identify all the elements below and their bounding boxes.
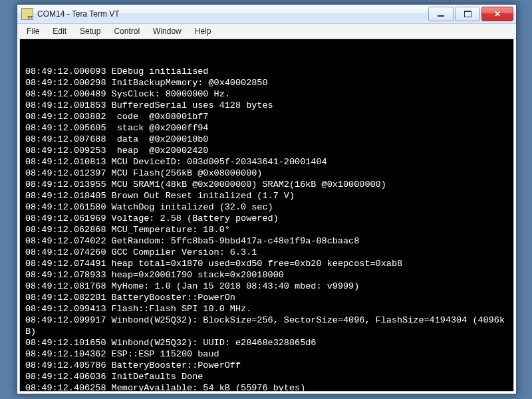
terminal-area[interactable]: 08:49:12.000093 EDebug initialised08:49:… xyxy=(19,39,514,392)
terminal-line: 08:49:12.081768 MyHome: 1.0 (Jan 15 2018… xyxy=(25,281,508,292)
menu-window[interactable]: Window xyxy=(146,25,188,37)
window-controls: ✕ xyxy=(428,7,513,21)
menu-help[interactable]: Help xyxy=(188,25,218,37)
terminal-line: 08:49:12.000489 SysClock: 80000000 Hz. xyxy=(25,88,508,100)
menu-file[interactable]: File xyxy=(20,25,46,37)
terminal-line: 08:49:12.099917 Winbond(W25Q32): BlockSi… xyxy=(25,315,508,337)
terminal-line: 08:49:12.061580 WatchDog initalized (32.… xyxy=(25,201,508,213)
terminal-line: 08:49:12.001853 BufferedSerial uses 4128… xyxy=(25,100,508,111)
close-icon: ✕ xyxy=(494,9,501,19)
app-icon xyxy=(21,8,33,20)
terminal-line: 08:49:12.010813 MCU DeviceID: 003d005f-2… xyxy=(25,156,508,168)
terminal-line: 08:49:12.101650 Winbond(W25Q32): UUID: e… xyxy=(25,337,508,348)
terminal-line: 08:49:12.018405 Brown Out Reset initaliz… xyxy=(25,190,508,201)
terminal-line: 08:49:12.405786 BatteryBooster::PowerOff xyxy=(25,360,508,371)
terminal-line: 08:49:12.009253 heap @0x20002420 xyxy=(25,145,508,156)
terminal-line: 08:49:12.005605 stack @0x2000ff94 xyxy=(25,122,508,134)
terminal-line: 08:49:12.082201 BatteryBooster::PowerOn xyxy=(25,292,508,303)
maximize-button[interactable] xyxy=(455,7,480,21)
terminal-line: 08:49:12.074022 GetRandom: 5ffc8ba5-9bbd… xyxy=(25,235,508,247)
menu-setup[interactable]: Setup xyxy=(73,25,107,37)
terminal-output: 08:49:12.000093 EDebug initialised08:49:… xyxy=(25,66,508,392)
minimize-icon xyxy=(438,15,444,17)
terminal-line: 08:49:12.007688 data @0x200010b0 xyxy=(25,134,508,145)
terminal-line: 08:49:12.062868 MCU_Temperature: 18.0° xyxy=(25,224,508,235)
title-bar[interactable]: COM14 - Tera Term VT ✕ xyxy=(17,5,516,24)
menu-edit[interactable]: Edit xyxy=(46,25,73,37)
terminal-line: 08:49:12.074491 heap total=0x1870 used=0… xyxy=(25,258,508,269)
app-window: COM14 - Tera Term VT ✕ File Edit Setup C… xyxy=(17,4,517,394)
maximize-icon xyxy=(464,11,471,17)
terminal-line: 08:49:12.013955 MCU SRAM1(48kB @0x200000… xyxy=(25,179,508,190)
terminal-line: 08:49:12.104362 ESP::ESP 115200 baud xyxy=(25,348,508,360)
menu-bar: File Edit Setup Control Window Help xyxy=(17,24,516,39)
terminal-line: 08:49:12.406036 InitDefaults Done xyxy=(25,371,508,382)
terminal-line: 08:49:12.061969 Voltage: 2.58 (Battery p… xyxy=(25,213,508,224)
terminal-line: 08:49:12.406258 MemoryAvailable: 54 kB (… xyxy=(25,382,508,392)
window-title: COM14 - Tera Term VT xyxy=(37,9,428,19)
terminal-line: 08:49:12.003882 code @0x08001bf7 xyxy=(25,111,508,122)
menu-control[interactable]: Control xyxy=(107,25,146,37)
terminal-line: 08:49:12.099413 Flash::Flash SPI 10.0 MH… xyxy=(25,303,508,315)
terminal-line: 08:49:12.012397 MCU Flash(256kB @0x08000… xyxy=(25,168,508,179)
terminal-line: 08:49:12.074260 GCC Compiler Version: 6.… xyxy=(25,247,508,258)
terminal-line: 08:49:12.000298 InitBackupMemory: @0x400… xyxy=(25,77,508,88)
terminal-line: 08:49:12.000093 EDebug initialised xyxy=(25,66,508,77)
close-button[interactable]: ✕ xyxy=(481,7,513,21)
minimize-button[interactable] xyxy=(428,7,454,21)
terminal-line: 08:49:12.078933 heap=0x20001790 stack=0x… xyxy=(25,269,508,281)
